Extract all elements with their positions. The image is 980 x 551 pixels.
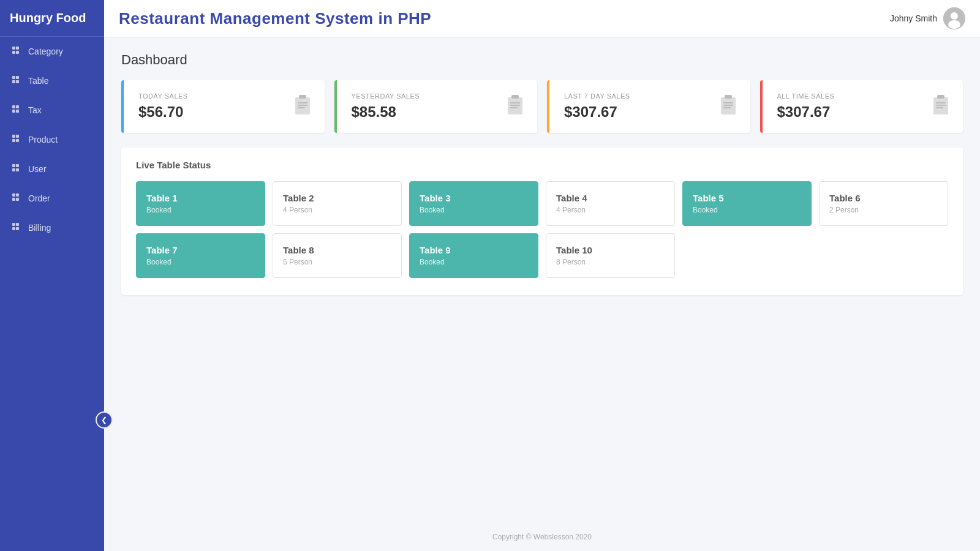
table-status: Booked	[146, 258, 255, 266]
sidebar-item-product[interactable]: Product	[0, 125, 104, 154]
sidebar-item-billing[interactable]: Billing	[0, 213, 104, 242]
table-card-4[interactable]: Table 4 4 Person	[546, 181, 675, 226]
sidebar: Hungry Food Category Table	[0, 0, 104, 551]
sidebar-item-label: Billing	[28, 223, 51, 233]
table-card-6[interactable]: Table 6 2 Person	[819, 181, 948, 226]
page-title: Dashboard	[121, 52, 963, 68]
stat-label: YESTERDAY SALES	[352, 92, 420, 100]
table-name: Table 6	[829, 193, 938, 203]
svg-rect-42	[725, 95, 732, 99]
svg-rect-38	[510, 102, 520, 103]
menu-icon	[12, 163, 22, 175]
table-status: 4 Person	[283, 206, 391, 214]
svg-point-30	[948, 20, 960, 29]
sidebar-item-order[interactable]: Order	[0, 184, 104, 213]
menu-icon	[12, 45, 22, 58]
svg-rect-34	[298, 105, 307, 106]
svg-rect-40	[510, 107, 518, 108]
table-status: Booked	[693, 206, 801, 214]
table-card-1[interactable]: Table 1 Booked	[136, 181, 265, 226]
table-name: Table 5	[693, 193, 801, 203]
stat-value: $307.67	[564, 103, 630, 121]
svg-rect-9	[16, 105, 19, 108]
table-card-8[interactable]: Table 8 6 Person	[273, 233, 402, 278]
clipboard-icon	[293, 94, 312, 120]
topbar: Restaurant Management System in PHP John…	[104, 0, 980, 37]
user-info[interactable]: Johny Smith	[890, 7, 965, 29]
tables-grid: Table 1 Booked Table 2 4 Person Table 3 …	[136, 181, 948, 278]
svg-rect-19	[16, 168, 19, 171]
svg-rect-13	[16, 135, 19, 138]
svg-rect-2	[12, 51, 15, 54]
stat-value: $85.58	[352, 103, 420, 121]
page-content: Dashboard TODAY SALES $56.70 YESTERDAY S…	[104, 37, 980, 523]
svg-rect-10	[12, 110, 15, 113]
svg-rect-27	[16, 227, 19, 230]
svg-rect-24	[12, 223, 15, 226]
table-name: Table 10	[556, 245, 665, 255]
svg-rect-11	[16, 110, 19, 113]
sidebar-collapse-button[interactable]: ❮	[96, 411, 113, 429]
svg-point-29	[951, 12, 958, 20]
sidebar-item-label: User	[28, 164, 47, 174]
svg-rect-16	[12, 164, 15, 167]
table-name: Table 9	[420, 245, 528, 255]
svg-rect-44	[723, 105, 733, 106]
sidebar-item-label: Product	[28, 135, 58, 144]
table-status: Booked	[420, 258, 528, 266]
menu-icon	[12, 133, 22, 146]
table-name: Table 3	[420, 193, 528, 203]
sidebar-item-label: Category	[28, 47, 63, 56]
svg-rect-17	[16, 164, 19, 167]
svg-rect-12	[12, 135, 15, 138]
stat-card-last7: LAST 7 DAY SALES $307.67	[547, 80, 750, 133]
stat-card-today: TODAY SALES $56.70	[121, 80, 325, 133]
stat-label: LAST 7 DAY SALES	[564, 92, 630, 100]
main-content: Restaurant Management System in PHP John…	[104, 0, 980, 551]
svg-rect-33	[298, 102, 307, 103]
table-card-9[interactable]: Table 9 Booked	[409, 233, 538, 278]
sidebar-item-user[interactable]: User	[0, 154, 104, 184]
table-card-2[interactable]: Table 2 4 Person	[273, 181, 402, 226]
svg-rect-3	[16, 51, 19, 54]
table-status: 2 Person	[829, 206, 938, 214]
username-label: Johny Smith	[890, 13, 937, 23]
table-name: Table 8	[283, 245, 391, 255]
svg-rect-49	[936, 105, 946, 106]
svg-rect-26	[12, 227, 15, 230]
table-status: 6 Person	[283, 258, 391, 266]
svg-rect-4	[12, 76, 15, 79]
svg-rect-43	[723, 102, 733, 103]
live-table-header: Live Table Status	[136, 160, 948, 170]
table-status: 8 Person	[556, 258, 665, 266]
footer: Copyright © Webslesson 2020	[104, 523, 980, 551]
svg-rect-37	[511, 95, 519, 99]
clipboard-icon	[931, 94, 951, 120]
clipboard-icon	[718, 94, 738, 120]
sidebar-item-table[interactable]: Table	[0, 66, 104, 96]
table-name: Table 1	[146, 193, 255, 203]
table-card-3[interactable]: Table 3 Booked	[409, 181, 538, 226]
sidebar-item-tax[interactable]: Tax	[0, 96, 104, 125]
table-name: Table 2	[283, 193, 391, 203]
table-card-10[interactable]: Table 10 8 Person	[546, 233, 675, 278]
stat-card-yesterday: YESTERDAY SALES $85.58	[334, 80, 538, 133]
sidebar-item-label: Order	[28, 193, 50, 203]
menu-icon	[12, 192, 22, 204]
svg-rect-39	[510, 105, 520, 106]
avatar	[943, 7, 965, 29]
sidebar-nav: Category Table Tax	[0, 37, 104, 242]
table-card-5[interactable]: Table 5 Booked	[682, 181, 812, 226]
svg-rect-45	[723, 107, 731, 108]
app-title: Restaurant Management System in PHP	[119, 9, 431, 28]
svg-rect-32	[299, 95, 306, 99]
table-status: Booked	[146, 206, 255, 214]
sidebar-item-category[interactable]: Category	[0, 37, 104, 66]
stat-card-alltime: ALL TIME SALES $307.67	[760, 80, 963, 133]
stat-label: TODAY SALES	[138, 92, 188, 100]
table-card-7[interactable]: Table 7 Booked	[136, 233, 265, 278]
menu-icon	[12, 222, 22, 234]
svg-rect-21	[16, 193, 19, 197]
svg-rect-14	[12, 139, 15, 142]
svg-rect-35	[298, 107, 305, 108]
